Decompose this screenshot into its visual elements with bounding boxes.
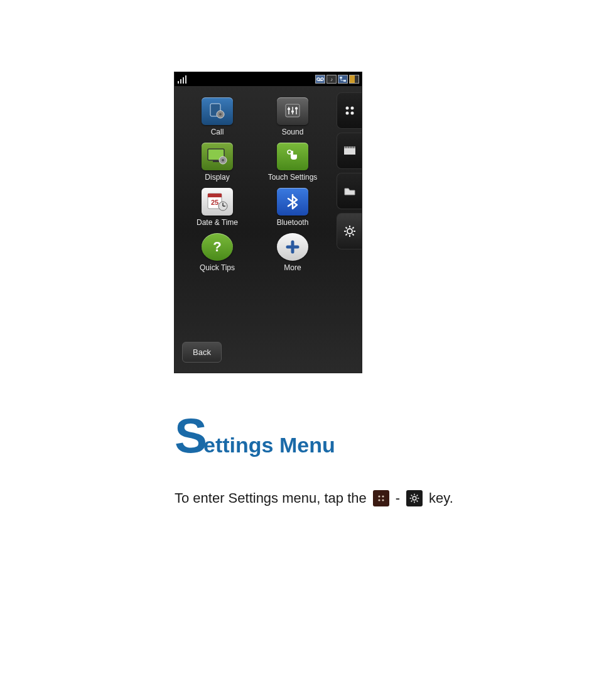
svg-rect-12: [288, 108, 290, 110]
instruction-sep: -: [396, 490, 400, 506]
sound-icon: [277, 97, 308, 125]
heading-capital: S: [175, 408, 207, 463]
svg-line-60: [417, 495, 418, 496]
svg-point-52: [413, 496, 416, 500]
instruction-text: To enter Settings menu, tap the - key.: [175, 490, 453, 506]
files-tab[interactable]: [337, 173, 362, 209]
section-heading: Settings Menu: [175, 407, 335, 464]
call-icon: [202, 97, 233, 125]
network-icon: [338, 75, 348, 84]
svg-point-18: [222, 159, 224, 161]
svg-rect-21: [208, 194, 222, 197]
battery-icon: [349, 75, 359, 84]
phone-screenshot: ♪ Call Sound: [175, 72, 362, 373]
bluetooth-icon: [277, 188, 308, 216]
svg-text:25: 25: [211, 199, 219, 206]
svg-point-7: [219, 113, 222, 116]
svg-line-47: [352, 227, 353, 229]
instruction-post: key.: [429, 490, 453, 506]
app-label: Quick Tips: [200, 263, 235, 272]
app-call[interactable]: Call: [181, 97, 254, 136]
gear-key-icon: [406, 490, 423, 506]
svg-rect-13: [291, 111, 294, 112]
app-label: Display: [205, 173, 229, 182]
phone-body: Call Sound Display: [175, 86, 362, 373]
svg-point-1: [321, 78, 323, 80]
app-label: More: [284, 263, 301, 272]
app-label: Touch Settings: [268, 173, 318, 182]
apps-grid: Call Sound Display: [177, 95, 333, 275]
svg-line-57: [411, 495, 413, 496]
grid-key-icon: [373, 490, 389, 506]
app-quick-tips[interactable]: ? Quick Tips: [181, 233, 254, 272]
svg-line-46: [345, 234, 347, 235]
app-display[interactable]: Display: [181, 143, 254, 182]
svg-rect-3: [340, 77, 342, 79]
app-label: Sound: [282, 128, 304, 136]
svg-line-45: [352, 234, 353, 235]
side-tabs: [334, 86, 362, 373]
svg-point-51: [382, 499, 384, 501]
voicemail-icon: [315, 75, 325, 84]
signal-icon: [177, 75, 188, 84]
svg-point-0: [317, 78, 320, 80]
app-bluetooth[interactable]: Bluetooth: [256, 188, 329, 227]
svg-rect-16: [213, 160, 219, 162]
app-date-time[interactable]: 25 Date & Time: [181, 188, 254, 227]
svg-line-44: [345, 227, 347, 229]
svg-point-50: [378, 499, 380, 501]
svg-point-39: [347, 229, 352, 234]
svg-point-31: [345, 112, 348, 115]
touch-settings-icon: [277, 143, 308, 170]
svg-text:?: ?: [213, 239, 221, 254]
svg-point-29: [345, 107, 348, 110]
quick-tips-icon: ?: [202, 233, 233, 261]
app-label: Date & Time: [197, 218, 238, 227]
instruction-pre: To enter Settings menu, tap the: [175, 490, 367, 506]
apps-grid-tab[interactable]: [337, 92, 362, 129]
back-button[interactable]: Back: [182, 342, 222, 363]
svg-point-32: [350, 112, 353, 115]
heading-rest: ettings Menu: [203, 433, 335, 457]
status-bar: ♪: [175, 72, 362, 86]
music-icon: ♪: [326, 75, 337, 84]
svg-point-49: [382, 495, 384, 497]
app-more[interactable]: More: [256, 233, 329, 272]
svg-rect-33: [344, 148, 355, 155]
apps-panel: Call Sound Display: [175, 86, 334, 373]
svg-point-30: [350, 107, 353, 110]
date-time-icon: 25: [202, 188, 233, 216]
status-left: [177, 75, 188, 84]
svg-rect-14: [295, 107, 298, 109]
app-label: Bluetooth: [277, 218, 309, 227]
app-label: Call: [211, 128, 224, 136]
settings-tab[interactable]: [337, 213, 362, 249]
svg-line-59: [411, 501, 413, 502]
status-right: ♪: [315, 75, 359, 84]
display-icon: [202, 143, 233, 170]
media-tab[interactable]: [337, 133, 362, 169]
svg-line-58: [417, 501, 418, 502]
bottom-bar: Back: [177, 339, 333, 369]
app-sound[interactable]: Sound: [256, 97, 329, 136]
more-icon: [277, 233, 308, 261]
app-touch-settings[interactable]: Touch Settings: [256, 143, 329, 182]
svg-point-48: [378, 495, 380, 497]
